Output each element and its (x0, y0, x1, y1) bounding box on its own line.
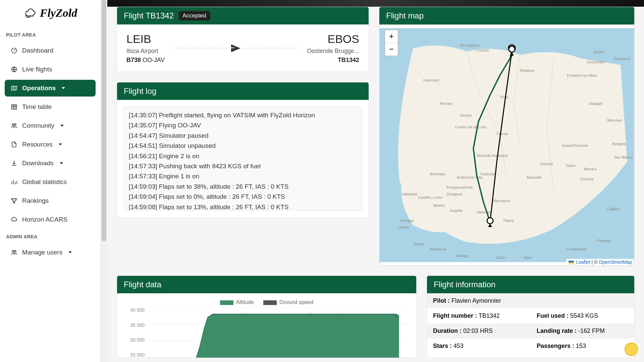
flight-summary-header: Flight TB1342 Accepted (117, 7, 369, 24)
svg-text:Genova: Genova (580, 177, 593, 181)
nav-label: Horizon ACARS (22, 216, 67, 223)
hero-banner (107, 0, 644, 7)
svg-text:Pamplona/Iruña: Pamplona/Iruña (446, 185, 473, 189)
arrival-block: EBOS Oostende Brugge... TB1342 (307, 33, 359, 64)
airplane-icon (230, 43, 241, 54)
svg-point-64 (277, 314, 279, 315)
flight-data-header: Flight data (117, 276, 416, 293)
file-icon (11, 141, 17, 148)
nav-manage-users[interactable]: Manage users (5, 244, 96, 261)
svg-point-65 (310, 313, 312, 315)
svg-text:Palma: Palma (503, 219, 514, 223)
aircraft-info: B738 OO-JAV (126, 57, 165, 64)
svg-text:San Marino: San Marino (614, 155, 633, 159)
flight-info-card: Flight information Pilot : Flavien Aymon… (427, 276, 635, 358)
nav-dashboard[interactable]: Dashboard (5, 42, 96, 59)
sidebar-scrollbar[interactable] (101, 0, 107, 362)
svg-point-67 (376, 314, 377, 315)
status-badge: Accepted (178, 11, 210, 20)
nav-timetable[interactable]: Time table (5, 99, 96, 115)
zoom-out-button[interactable]: − (385, 43, 398, 56)
dep-name: Ibiza Airport (126, 48, 165, 55)
section-pilot-area: PILOT AREA (5, 29, 96, 40)
cloud-icon (23, 8, 37, 18)
log-line: [14:54:51] Simulator unpaused (129, 141, 357, 151)
svg-point-7 (12, 250, 14, 252)
globe-icon (11, 66, 17, 73)
svg-point-6 (14, 124, 16, 125)
svg-text:Lisboa: Lisboa (398, 225, 409, 229)
flight-summary-card: Flight TB1342 Accepted LEIB Ibiza Airpor… (117, 7, 369, 72)
svg-text:Stuttgart: Stuttgart (589, 102, 602, 106)
svg-point-56 (509, 46, 515, 52)
nav-resources[interactable]: Resources (5, 136, 96, 153)
log-line: [14:59:08] Flaps set to 13%, altitude : … (129, 202, 357, 210)
help-floating-button[interactable] (625, 343, 638, 356)
main-content: Flight TB1342 Accepted LEIB Ibiza Airpor… (107, 0, 644, 362)
svg-text:Guernsey: Guernsey (423, 78, 439, 82)
svg-text:Cagliari: Cagliari (607, 207, 620, 211)
svg-point-68 (395, 315, 396, 316)
svg-text:Portugal: Portugal (400, 219, 414, 223)
leaflet-map[interactable]: LondonBirmingham BelgiqueFrankfurt am Ma… (379, 24, 634, 266)
flight-info-header: Flight information (427, 276, 634, 293)
svg-text:España: España (450, 208, 463, 213)
log-line: [14:59:03] Flaps set to 38%, altitude : … (129, 182, 357, 192)
svg-text:Rennes: Rennes (440, 102, 453, 106)
brand-name: FlyZold (40, 7, 77, 19)
svg-text:Barcelona: Barcelona (493, 199, 510, 203)
nav-community[interactable]: Community (5, 117, 96, 134)
svg-text:Nouvelle-Aquitaine: Nouvelle-Aquitaine (477, 154, 507, 158)
svg-text:Sevilla: Sevilla (413, 242, 424, 246)
log-line: [14:57:33] Pushing back with 8423 KGS of… (129, 161, 357, 171)
svg-point-66 (343, 314, 344, 315)
svg-text:Paris: Paris (500, 95, 509, 99)
svg-text:Málaga: Málaga (457, 254, 469, 258)
svg-text:Palermo: Palermo (597, 239, 611, 243)
scrollbar-thumb[interactable] (102, 0, 106, 241)
chart-plot[interactable]: 40 000 35 000 30 000 25 000 (124, 307, 409, 358)
leaflet-link[interactable]: Leaflet (576, 259, 590, 265)
svg-point-5 (12, 124, 14, 125)
svg-rect-4 (12, 105, 17, 109)
svg-text:Bordeaux: Bordeaux (430, 172, 446, 176)
log-line: [14:35:07] Flying OO-JAV (129, 120, 357, 130)
bar-chart-icon (11, 179, 17, 185)
map-canvas: LondonBirmingham BelgiqueFrankfurt am Ma… (380, 25, 634, 265)
cloud-icon (11, 216, 17, 223)
chevron-down-icon (59, 143, 62, 145)
legend-ground-speed: Ground speed (263, 299, 313, 305)
legend-altitude: Altitude (220, 299, 254, 305)
svg-text:Nantes: Nantes (460, 113, 472, 117)
map-icon (11, 85, 17, 92)
log-line: [14:54:47] Simulator paused (129, 131, 357, 141)
map-zoom-control: + − (384, 29, 398, 56)
svg-text:Zaragoza: Zaragoza (446, 192, 462, 196)
zoom-in-button[interactable]: + (385, 30, 398, 43)
nav-label: Community (22, 122, 54, 129)
svg-text:Madrid: Madrid (433, 204, 445, 208)
nav-live-flights[interactable]: Live flights (5, 61, 96, 78)
svg-point-62 (212, 314, 213, 315)
ukraine-flag-icon (569, 261, 574, 264)
nav-label: Live flights (22, 66, 52, 73)
nav-downloads[interactable]: Downloads (5, 155, 96, 172)
svg-text:France: France (497, 132, 508, 136)
flight-log-textarea[interactable]: [14:35:07] Preflight started, flying on … (124, 107, 362, 210)
svg-text:Andalucía: Andalucía (430, 247, 447, 251)
log-line: [14:35:07] Preflight started, flying on … (129, 110, 357, 120)
nav-operations[interactable]: Operations (5, 80, 96, 97)
nav-label: Dashboard (22, 47, 53, 54)
brand-logo[interactable]: FlyZold (5, 7, 96, 19)
osm-link[interactable]: OpenStreetMap (599, 259, 632, 265)
log-line: [14:59:04] Flaps set to 0%, altitude : 2… (129, 192, 357, 202)
svg-text:Marseille: Marseille (527, 175, 542, 179)
svg-text:Genève: Genève (540, 162, 553, 166)
nav-horizon-acars[interactable]: Horizon ACARS (5, 211, 96, 228)
users-icon (11, 249, 17, 256)
svg-point-8 (14, 250, 16, 252)
svg-text:Düsseldorf: Düsseldorf (587, 60, 605, 64)
nav-rankings[interactable]: Rankings (5, 192, 96, 209)
nav-global-stats[interactable]: Global statistics (5, 174, 96, 190)
svg-text:València: València (477, 210, 491, 214)
